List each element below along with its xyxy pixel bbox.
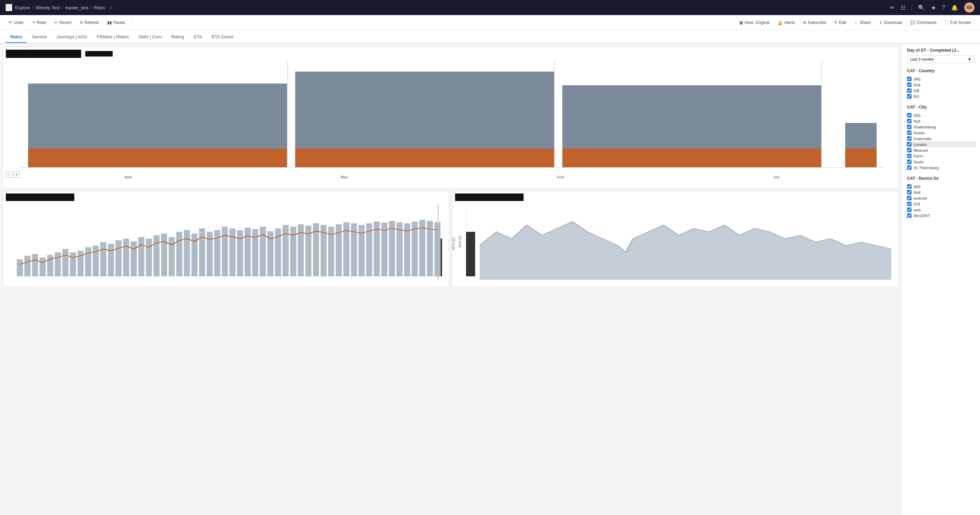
filter-checkbox[interactable] (907, 77, 912, 81)
filter-checkbox[interactable] (907, 113, 912, 118)
device-list: (All)NullandroidiOSwebWin32NT (907, 184, 975, 218)
filter-checkbox[interactable] (907, 130, 912, 135)
pause-button[interactable]: ▮▮ Pause (104, 19, 129, 26)
date-filter-dropdown[interactable]: Last 3 months ▼ (907, 56, 975, 63)
filter-checkbox[interactable] (907, 154, 912, 158)
refresh-button[interactable]: ↻ Refresh (76, 19, 102, 26)
filter-checkbox[interactable] (907, 190, 912, 194)
redo-button[interactable]: ↷ Redo (29, 19, 50, 26)
edit-icon: ✎ (834, 20, 838, 25)
bottom-charts: AOV (£) AOV (£) (3, 191, 899, 287)
svg-rect-36 (199, 228, 205, 277)
tab-rating[interactable]: Rating (166, 32, 189, 43)
tab-eta[interactable]: ETA (189, 32, 207, 43)
bottom-right-chart: AOV (£) AOV (£) (452, 191, 899, 287)
tab-friders-riders[interactable]: FRiders | Riders (92, 32, 134, 43)
share-button[interactable]: ∟ Share (851, 19, 874, 26)
svg-rect-2 (295, 72, 554, 149)
layout-icon[interactable]: ☷ (900, 5, 905, 11)
toolbar-separator (132, 19, 133, 27)
comments-button[interactable]: 💬 Comments (907, 19, 940, 26)
breadcrumb-rides[interactable]: Rides (94, 5, 105, 10)
filter-checkbox[interactable] (907, 88, 912, 93)
city-list: (All)NullEkaterinburgKazanKrasnodarLondo… (907, 112, 975, 170)
tab-bar: Rides Service Journeys | AOV FRiders | R… (0, 30, 980, 44)
tab-eta-zones[interactable]: ETA Zones (207, 32, 238, 43)
filter-checkbox[interactable] (907, 196, 912, 200)
filter-checkbox[interactable] (907, 213, 912, 218)
view-original-button[interactable]: ▩ View: Original (736, 19, 773, 26)
filter-checkbox[interactable] (907, 94, 912, 99)
svg-rect-1 (28, 149, 287, 167)
download-button[interactable]: ⇓ Download (875, 19, 905, 26)
filter-checkbox[interactable] (907, 119, 912, 123)
help-icon[interactable]: ? (942, 5, 945, 11)
filter-checkbox[interactable] (907, 165, 912, 170)
filter-city-item: Perm (907, 153, 975, 159)
download-icon: ⇓ (879, 20, 882, 25)
breadcrumb-master[interactable]: master_test (65, 5, 88, 10)
bookmark-icon[interactable]: ★ (931, 5, 936, 11)
edit-button[interactable]: ✎ Edit (831, 19, 850, 26)
filter-city-item: (All) (907, 112, 975, 118)
filter-country-item: (All) (907, 76, 975, 82)
date-filter-title: Day of DT - Completed (J... (907, 48, 975, 53)
breadcrumb-wheely[interactable]: Wheely Test (36, 5, 60, 10)
cat-device-title: CAT - Device Os (907, 176, 975, 181)
filter-checkbox[interactable] (907, 142, 912, 146)
tab-journeys-aov[interactable]: Journeys | AOV (52, 32, 92, 43)
breadcrumb: Explore / Wheely Test / master_test / Ri… (15, 5, 887, 10)
notification-icon[interactable]: 🔔 (951, 5, 958, 11)
refresh-icon: ↻ (80, 20, 83, 25)
svg-rect-23 (100, 242, 107, 277)
expand-btn[interactable]: + (13, 172, 19, 178)
filter-country-item: RU (907, 94, 975, 99)
y-axis-label: AOV (£) (452, 238, 455, 250)
filter-checkbox[interactable] (907, 148, 912, 153)
revert-button[interactable]: ↩ Revert (51, 19, 75, 26)
svg-rect-7 (845, 149, 877, 167)
tab-service[interactable]: Service (27, 32, 51, 43)
chart-area: − + (0, 44, 901, 515)
filter-checkbox[interactable] (907, 125, 912, 129)
aov-y-label: AOV (£) (458, 235, 462, 248)
collapse-btn[interactable]: − (6, 172, 12, 178)
x-label-may: May (236, 175, 452, 179)
svg-rect-31 (161, 234, 167, 277)
breadcrumb-explore[interactable]: Explore (15, 5, 30, 10)
mobile-icon[interactable]: ✏ (890, 5, 894, 11)
chart-controls: − + (6, 172, 19, 178)
svg-rect-49 (298, 224, 304, 277)
back-button[interactable]: ← (5, 4, 12, 11)
cat-country-title: CAT - Country (907, 68, 975, 73)
undo-button[interactable]: ↶ Undo (5, 19, 27, 26)
filter-checkbox[interactable] (907, 136, 912, 141)
svg-rect-71 (466, 232, 475, 277)
filter-checkbox[interactable] (907, 83, 912, 87)
tab-rides[interactable]: Rides (5, 32, 27, 43)
filter-checkbox[interactable] (907, 202, 912, 206)
tab-gmv-com[interactable]: GMV | Com (134, 32, 167, 43)
avatar[interactable]: NB (964, 2, 975, 13)
filter-device-item: iOS (907, 201, 975, 207)
filter-checkbox[interactable] (907, 184, 912, 189)
share-icon: ∟ (854, 20, 858, 25)
svg-rect-6 (845, 123, 877, 149)
filter-city-item: Null (907, 118, 975, 124)
svg-rect-25 (115, 240, 122, 277)
search-icon[interactable]: 🔍 (918, 5, 925, 11)
chart-title-redacted (6, 50, 81, 58)
filter-checkbox[interactable] (907, 160, 912, 164)
subscribe-button[interactable]: ✉ Subscribe (800, 19, 829, 26)
filter-country-item: GB (907, 87, 975, 94)
fullscreen-button[interactable]: ⛶ Full Screen (941, 19, 975, 26)
filter-city-item: Moscow (907, 147, 975, 153)
main-chart-container: − + (3, 46, 899, 188)
alerts-button[interactable]: 🔔 Alerts (774, 19, 798, 26)
svg-rect-21 (85, 247, 91, 277)
favorite-icon[interactable]: ☆ (109, 5, 113, 10)
chevron-down-icon: ▼ (968, 57, 971, 61)
filter-device-item: (All) (907, 184, 975, 189)
x-label-june: June (452, 175, 668, 179)
filter-checkbox[interactable] (907, 208, 912, 212)
